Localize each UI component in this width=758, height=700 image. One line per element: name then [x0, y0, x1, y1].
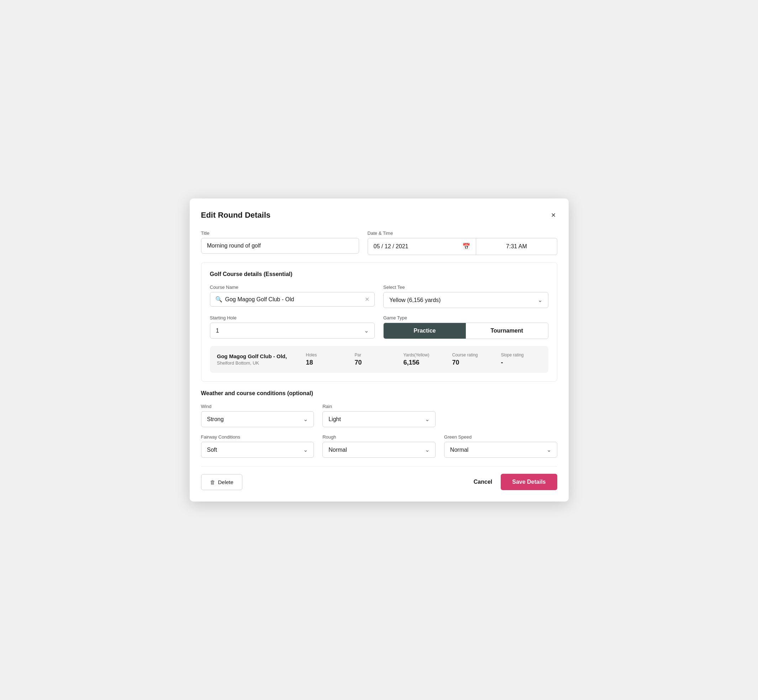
hole-gametype-row: Starting Hole 1 ⌄ Game Type Practice Tou… — [210, 315, 548, 339]
par-value: 70 — [355, 359, 362, 366]
starting-hole-dropdown[interactable]: 1 ⌄ — [210, 323, 375, 339]
date-text: 05 / 12 / 2021 — [374, 243, 463, 250]
course-tee-row: Course Name 🔍 Gog Magog Golf Club - Old … — [210, 284, 548, 308]
chevron-down-icon: ⌄ — [538, 297, 542, 303]
game-type-group: Game Type Practice Tournament — [383, 315, 548, 339]
starting-hole-group: Starting Hole 1 ⌄ — [210, 315, 375, 339]
course-name-group: Course Name 🔍 Gog Magog Golf Club - Old … — [210, 284, 375, 308]
yards-stat: Yards(Yellow) 6,156 — [404, 353, 444, 366]
edit-round-modal: Edit Round Details × Title Date & Time 0… — [190, 198, 568, 502]
clear-course-icon[interactable]: ✕ — [365, 296, 370, 303]
chevron-down-icon: ⌄ — [364, 327, 369, 334]
title-datetime-row: Title Date & Time 05 / 12 / 2021 📅 7:31 … — [201, 230, 557, 255]
save-button[interactable]: Save Details — [501, 474, 557, 490]
fairway-label: Fairway Conditions — [201, 434, 314, 440]
time-input[interactable]: 7:31 AM — [476, 238, 557, 255]
slope-rating-label: Slope rating — [501, 353, 524, 358]
close-button[interactable]: × — [550, 210, 557, 220]
select-tee-label: Select Tee — [383, 284, 548, 290]
rain-dropdown[interactable]: Light ⌄ — [323, 411, 435, 427]
course-name-value: Gog Magog Golf Club - Old — [225, 296, 362, 303]
select-tee-group: Select Tee Yellow (6,156 yards) ⌄ — [383, 284, 548, 308]
yards-value: 6,156 — [404, 359, 420, 366]
slope-rating-stat: Slope rating - — [501, 353, 541, 366]
wind-dropdown[interactable]: Strong ⌄ — [201, 411, 314, 427]
slope-rating-value: - — [501, 359, 503, 366]
chevron-down-icon: ⌄ — [303, 446, 308, 453]
game-type-label: Game Type — [383, 315, 548, 320]
time-text: 7:31 AM — [506, 243, 527, 250]
green-speed-value: Normal — [450, 447, 547, 453]
fairway-group: Fairway Conditions Soft ⌄ — [201, 434, 314, 458]
green-speed-group: Green Speed Normal ⌄ — [444, 434, 557, 458]
footer-right: Cancel Save Details — [474, 474, 557, 490]
chevron-down-icon: ⌄ — [425, 446, 429, 453]
rough-label: Rough — [323, 434, 435, 440]
cancel-button[interactable]: Cancel — [474, 479, 492, 485]
course-info-location: Shelford Bottom, UK — [217, 360, 298, 366]
calendar-icon: 📅 — [462, 242, 470, 250]
fairway-value: Soft — [207, 447, 304, 453]
yards-label: Yards(Yellow) — [404, 353, 429, 358]
modal-footer: 🗑 Delete Cancel Save Details — [201, 466, 557, 490]
wind-rain-row: Wind Strong ⌄ Rain Light ⌄ — [201, 404, 557, 427]
delete-button[interactable]: 🗑 Delete — [201, 474, 242, 490]
chevron-down-icon: ⌄ — [303, 416, 308, 423]
starting-hole-label: Starting Hole — [210, 315, 375, 320]
par-stat: Par 70 — [355, 353, 395, 366]
game-type-toggle: Practice Tournament — [383, 323, 548, 339]
wind-value: Strong — [207, 416, 304, 423]
select-tee-value: Yellow (6,156 yards) — [389, 297, 538, 303]
title-label: Title — [201, 230, 359, 236]
fairway-rough-green-row: Fairway Conditions Soft ⌄ Rough Normal ⌄… — [201, 434, 557, 458]
course-search-input[interactable]: 🔍 Gog Magog Golf Club - Old ✕ — [210, 292, 375, 306]
modal-title: Edit Round Details — [201, 211, 271, 220]
course-rating-label: Course rating — [452, 353, 478, 358]
starting-hole-value: 1 — [216, 328, 365, 334]
holes-value: 18 — [306, 359, 313, 366]
chevron-down-icon: ⌄ — [425, 416, 429, 423]
course-name-label: Course Name — [210, 284, 375, 290]
course-info-row: Gog Magog Golf Club - Old, Shelford Bott… — [210, 346, 548, 373]
rain-label: Rain — [323, 404, 435, 409]
search-icon: 🔍 — [215, 296, 222, 303]
wind-label: Wind — [201, 404, 314, 409]
practice-button[interactable]: Practice — [384, 323, 466, 339]
golf-course-section: Golf Course details (Essential) Course N… — [201, 262, 557, 382]
weather-section: Weather and course conditions (optional)… — [201, 390, 557, 458]
course-info-name: Gog Magog Golf Club - Old, Shelford Bott… — [217, 353, 298, 366]
datetime-label: Date & Time — [368, 230, 557, 236]
trash-icon: 🗑 — [210, 479, 215, 485]
rain-value: Light — [329, 416, 425, 423]
date-input[interactable]: 05 / 12 / 2021 📅 — [368, 238, 476, 255]
weather-section-title: Weather and course conditions (optional) — [201, 390, 557, 397]
delete-label: Delete — [218, 479, 233, 485]
course-info-name-text: Gog Magog Golf Club - Old, — [217, 353, 298, 359]
golf-course-title: Golf Course details (Essential) — [210, 271, 548, 277]
datetime-group: Date & Time 05 / 12 / 2021 📅 7:31 AM — [368, 230, 557, 255]
chevron-down-icon: ⌄ — [547, 446, 551, 453]
holes-label: Holes — [306, 353, 317, 358]
course-rating-stat: Course rating 70 — [452, 353, 493, 366]
rough-group: Rough Normal ⌄ — [323, 434, 435, 458]
holes-stat: Holes 18 — [306, 353, 346, 366]
modal-header: Edit Round Details × — [201, 210, 557, 220]
title-input[interactable] — [201, 238, 359, 254]
rough-dropdown[interactable]: Normal ⌄ — [323, 442, 435, 458]
rough-value: Normal — [329, 447, 425, 453]
tournament-button[interactable]: Tournament — [466, 323, 548, 339]
title-group: Title — [201, 230, 359, 255]
par-label: Par — [355, 353, 362, 358]
wind-group: Wind Strong ⌄ — [201, 404, 314, 427]
date-time-fields: 05 / 12 / 2021 📅 7:31 AM — [368, 238, 557, 255]
green-speed-label: Green Speed — [444, 434, 557, 440]
select-tee-dropdown[interactable]: Yellow (6,156 yards) ⌄ — [383, 292, 548, 308]
green-speed-dropdown[interactable]: Normal ⌄ — [444, 442, 557, 458]
fairway-dropdown[interactable]: Soft ⌄ — [201, 442, 314, 458]
rain-group: Rain Light ⌄ — [323, 404, 435, 427]
course-rating-value: 70 — [452, 359, 459, 366]
